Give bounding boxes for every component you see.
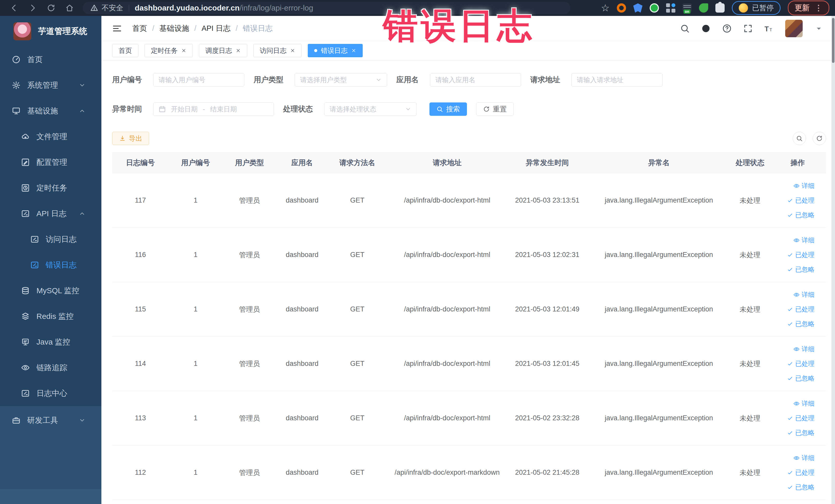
action-已处理[interactable]: 已处理 <box>787 250 814 259</box>
action-已忽略[interactable]: 已忽略 <box>787 428 814 437</box>
browser-forward-icon[interactable] <box>28 4 37 12</box>
breadcrumb-item[interactable]: 首页 <box>132 23 147 34</box>
help-icon[interactable] <box>722 24 732 33</box>
sidebar-item-trace[interactable]: 链路追踪 <box>0 355 101 381</box>
user-type-select[interactable]: 请选择用户类型 <box>295 73 387 86</box>
tab-首页[interactable]: 首页 <box>112 44 138 57</box>
github-icon[interactable] <box>701 24 711 33</box>
app-logo[interactable]: 芋道管理系统 <box>0 16 101 47</box>
extension-leaf-icon[interactable] <box>699 3 708 13</box>
breadcrumb-item[interactable]: API 日志 <box>202 23 230 34</box>
hamburger-icon[interactable] <box>112 24 122 33</box>
action-已处理[interactable]: 已处理 <box>787 360 814 368</box>
refresh-icon <box>483 106 490 113</box>
process-status-select[interactable]: 请选择处理状态 <box>324 102 416 116</box>
breadcrumb-item[interactable]: 基础设施 <box>159 23 189 34</box>
action-已处理[interactable]: 已处理 <box>787 305 814 314</box>
extension-shield-icon[interactable] <box>633 3 643 13</box>
action-详细[interactable]: 详细 <box>793 182 814 190</box>
end-date-placeholder: 结束日期 <box>210 105 237 114</box>
sidebar-item-label: 访问日志 <box>46 234 77 245</box>
action-已处理[interactable]: 已处理 <box>787 196 814 205</box>
tab-定时任务[interactable]: 定时任务 <box>144 44 193 57</box>
profile-emoji-icon <box>739 3 748 13</box>
fullscreen-icon[interactable] <box>743 24 753 33</box>
tab-close-icon[interactable] <box>181 48 186 53</box>
action-详细[interactable]: 详细 <box>793 454 814 462</box>
tab-close-icon[interactable] <box>351 48 356 53</box>
sidebar-item-job[interactable]: 定时任务 <box>0 175 101 201</box>
page-scrollbar[interactable] <box>831 16 835 504</box>
header-search-icon[interactable] <box>680 24 690 33</box>
check-icon <box>787 361 793 367</box>
action-详细[interactable]: 详细 <box>793 399 814 408</box>
sidebar-item-error-log[interactable]: 错误日志 <box>0 252 101 278</box>
scrollbar-thumb[interactable] <box>832 18 834 63</box>
chevron-down-icon <box>375 77 382 83</box>
exception-time-range-picker[interactable]: 开始日期 - 结束日期 <box>153 102 274 116</box>
sidebar-item-redis[interactable]: Redis 监控 <box>0 303 101 329</box>
sidebar-item-api-log[interactable]: API 日志 <box>0 201 101 226</box>
action-已忽略[interactable]: 已忽略 <box>787 320 814 328</box>
tab-close-icon[interactable] <box>236 48 241 53</box>
toggle-search-button[interactable] <box>793 132 806 145</box>
extension-green-icon[interactable] <box>650 3 659 13</box>
browser-back-icon[interactable] <box>10 4 19 12</box>
font-size-icon[interactable]: TT <box>764 24 774 33</box>
refresh-table-button[interactable] <box>813 132 826 145</box>
tab-访问日志[interactable]: 访问日志 <box>253 44 302 57</box>
sidebar-item-infra[interactable]: 基础设施 <box>0 98 101 124</box>
action-详细[interactable]: 详细 <box>793 345 814 353</box>
sidebar-item-home[interactable]: 首页 <box>0 47 101 73</box>
action-已处理[interactable]: 已处理 <box>787 414 814 422</box>
sidebar-item-file[interactable]: 文件管理 <box>0 124 101 149</box>
search-button[interactable]: 搜索 <box>429 102 467 116</box>
action-已忽略[interactable]: 已忽略 <box>787 265 814 274</box>
profile-paused-badge[interactable]: 已暂停 <box>732 1 780 15</box>
browser-home-icon[interactable] <box>65 4 74 12</box>
action-已忽略[interactable]: 已忽略 <box>787 483 814 491</box>
browser-reload-icon[interactable] <box>47 4 56 12</box>
extension-switch-on-icon[interactable]: on <box>683 3 692 13</box>
action-已忽略[interactable]: 已忽略 <box>787 211 814 219</box>
export-button[interactable]: 导出 <box>112 132 149 145</box>
chevron-up-icon <box>79 210 85 217</box>
browser-menu-kebab-icon[interactable]: ⋮ <box>815 7 822 9</box>
sidebar-item-label: 配置管理 <box>37 157 67 168</box>
request-url-input[interactable] <box>571 73 663 86</box>
extension-orange-icon[interactable] <box>617 3 626 13</box>
user-type-label: 用户类型 <box>253 75 283 85</box>
breadcrumb-item[interactable]: 错误日志 <box>243 23 272 34</box>
avatar-caret-down-icon[interactable] <box>814 24 824 33</box>
tab-close-icon[interactable] <box>290 48 295 53</box>
user-id-input[interactable] <box>153 73 244 86</box>
sidebar-item-mysql[interactable]: MySQL 监控 <box>0 278 101 303</box>
sidebar-item-label: MySQL 监控 <box>37 285 79 296</box>
reset-button[interactable]: 重置 <box>476 102 514 116</box>
tab-调度日志[interactable]: 调度日志 <box>199 44 247 57</box>
browser-update-button[interactable]: 更新 ⋮ <box>788 1 829 15</box>
chevron-down-icon <box>79 82 85 88</box>
column-header: 日志编号 <box>112 153 169 173</box>
action-详细[interactable]: 详细 <box>793 236 814 244</box>
bookmark-star-icon[interactable]: ☆ <box>601 2 610 14</box>
main-panel: 首页/基础设施/API 日志/错误日志 TT 首页定时任务调度日志访问日志错误日… <box>101 16 835 504</box>
sidebar-item-config[interactable]: 配置管理 <box>0 149 101 175</box>
sidebar-item-dev-tools[interactable]: 研发工具 <box>0 406 101 435</box>
sidebar-item-access-log[interactable]: 访问日志 <box>0 226 101 252</box>
chevron-down-icon <box>79 417 85 424</box>
not-secure-warning-icon <box>90 4 98 12</box>
sidebar-item-system[interactable]: 系统管理 <box>0 73 101 98</box>
action-已处理[interactable]: 已处理 <box>787 468 814 477</box>
sidebar-item-log-center[interactable]: 日志中心 <box>0 381 101 406</box>
svg-text:T: T <box>765 25 769 33</box>
tab-错误日志[interactable]: 错误日志 <box>308 44 363 57</box>
user-avatar[interactable] <box>785 20 803 37</box>
sidebar-item-java[interactable]: Java 监控 <box>0 329 101 355</box>
extensions-puzzle-icon[interactable] <box>715 3 725 13</box>
extension-grid-icon[interactable] <box>666 3 675 13</box>
app-name-input[interactable] <box>430 73 521 86</box>
action-详细[interactable]: 详细 <box>793 290 814 299</box>
address-bar[interactable]: 不安全 dashboard.yudao.iocoder.cn /infra/lo… <box>83 2 570 14</box>
action-已忽略[interactable]: 已忽略 <box>787 374 814 383</box>
